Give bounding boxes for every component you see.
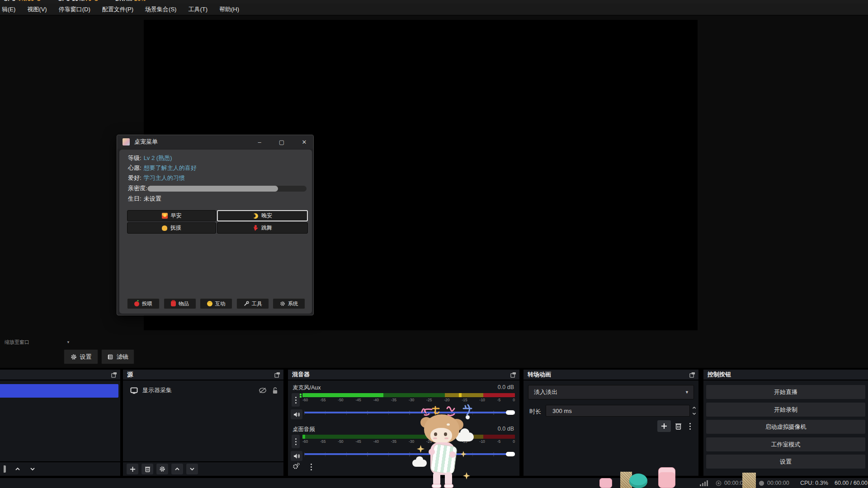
- slider-handle[interactable]: [506, 410, 515, 415]
- dancer-icon: [253, 225, 258, 231]
- mixer-channel-desktop: 桌面音频 0.0 dB: [292, 426, 514, 433]
- transitions-panel-title: 转场动画: [528, 371, 551, 379]
- trash-icon: [145, 466, 151, 472]
- scenes-toolbar: [0, 461, 120, 476]
- source-filters-button[interactable]: 滤镜: [101, 349, 134, 364]
- scene-item-selected[interactable]: [0, 384, 118, 398]
- pet-window-body: 等级:Lv 2 (熟悉) 心愿:想要了解主人的喜好 爱好:学习主人的习惯 亲密度…: [119, 150, 312, 314]
- remove-source-button[interactable]: [142, 464, 153, 474]
- advanced-audio-button[interactable]: [292, 463, 300, 471]
- mixer-panel: 混音器 麦克风/Aux 0.0 dB -60-55-50-45-40-35-30…: [288, 370, 519, 476]
- add-transition-button[interactable]: [657, 420, 671, 432]
- stream-status-icon: [716, 480, 722, 486]
- moon-icon: [252, 212, 259, 219]
- duration-decrease-button[interactable]: [691, 411, 698, 417]
- sunrise-icon: [162, 213, 168, 219]
- settings-button[interactable]: 设置: [706, 455, 865, 469]
- mic-mute-button[interactable]: [291, 409, 302, 419]
- mixer-panel-header[interactable]: 混音器: [288, 370, 519, 380]
- chevron-up-icon: [174, 466, 180, 472]
- status-bar: 00:00:00 00:00:00 CPU: 0.3% 60.00 / 60.0…: [0, 477, 868, 488]
- mixer-channel-mic: 麦克风/Aux 0.0 dB: [292, 384, 514, 391]
- source-name: 显示器采集: [142, 386, 172, 394]
- pet-window-icon: [123, 138, 130, 145]
- pet-action-pet-button[interactable]: 抚摸: [127, 222, 216, 234]
- transition-select[interactable]: 淡入淡出 ▼: [528, 385, 694, 399]
- remove-transition-button[interactable]: [675, 422, 682, 430]
- trash-icon: [675, 422, 682, 430]
- move-scene-down-button[interactable]: [27, 464, 38, 474]
- pet-intimacy-label: 亲密度:: [128, 184, 147, 193]
- duration-increase-button[interactable]: [691, 405, 698, 411]
- transitions-panel-header[interactable]: 转场动画: [524, 370, 698, 380]
- chevron-up-icon: [692, 405, 697, 410]
- gear-icon: [71, 354, 77, 360]
- move-source-down-button[interactable]: [186, 464, 198, 474]
- minimize-button[interactable]: –: [252, 135, 267, 149]
- menu-edit[interactable]: 辑(E): [0, 4, 21, 15]
- hardware-overlay-text: GPU 4%/39°C GPU 15%/79°C DRAM 26%: [4, 0, 146, 2]
- source-row-display-capture[interactable]: 显示器采集: [123, 384, 283, 397]
- slider-handle[interactable]: [506, 452, 515, 456]
- source-properties-toolbar-button[interactable]: [156, 464, 168, 474]
- mic-volume-slider[interactable]: [304, 409, 515, 416]
- channel-db: 0.0 dB: [498, 426, 514, 432]
- desktop-volume-slider[interactable]: [304, 451, 515, 457]
- meter-led: [300, 396, 302, 398]
- pet-action-goodnight-button[interactable]: 晚安: [217, 210, 308, 221]
- pet-items-button[interactable]: 物品: [164, 298, 196, 309]
- gear-sliders-icon: [292, 463, 300, 469]
- channel-db: 0.0 dB: [498, 384, 514, 390]
- sources-panel-header[interactable]: 源: [123, 370, 283, 380]
- channel-name: 麦克风/Aux: [292, 385, 321, 391]
- scenes-panel-header[interactable]: [0, 370, 120, 380]
- menu-docks[interactable]: 停靠窗口(D): [53, 4, 96, 15]
- pet-tools-button[interactable]: 工具: [236, 298, 269, 309]
- controls-panel-title: 控制按钮: [708, 371, 731, 379]
- source-properties-button[interactable]: 设置: [64, 349, 98, 364]
- menu-scene-collection[interactable]: 场景集合(S): [139, 4, 182, 15]
- add-source-button[interactable]: [127, 464, 138, 474]
- virtual-camera-button[interactable]: 启动虚拟摄像机: [706, 420, 865, 434]
- record-time: 00:00:00: [767, 480, 789, 486]
- move-source-up-button[interactable]: [171, 464, 183, 474]
- duration-input[interactable]: 300 ms: [546, 405, 690, 417]
- menu-profile[interactable]: 配置文件(P): [96, 4, 139, 15]
- mixer-menu-button[interactable]: [307, 460, 315, 474]
- pet-action-dance-button[interactable]: 跳舞: [217, 222, 308, 234]
- move-scene-up-button[interactable]: [12, 464, 24, 474]
- transition-properties-button[interactable]: [686, 419, 694, 433]
- menu-view[interactable]: 视图(V): [21, 4, 52, 15]
- preview-scale-mode[interactable]: 缩放至窗口 ▼: [5, 338, 70, 346]
- pet-feed-button[interactable]: 投喂: [127, 298, 160, 309]
- hand-icon: [162, 225, 167, 231]
- pet-interact-button[interactable]: 互动: [200, 298, 232, 309]
- duration-label: 时长: [529, 408, 541, 416]
- eye-slash-icon[interactable]: [259, 387, 267, 394]
- controls-panel-header[interactable]: 控制按钮: [703, 370, 868, 380]
- pet-birthday-row: 生日:未设置: [128, 195, 161, 204]
- menu-tools[interactable]: 工具(T): [182, 4, 213, 15]
- maximize-button[interactable]: ▢: [274, 135, 289, 149]
- start-recording-button[interactable]: 开始录制: [706, 403, 865, 417]
- source-filters-label: 滤镜: [117, 353, 128, 361]
- channel-name: 桌面音频: [292, 426, 315, 432]
- scenes-panel: [0, 370, 120, 476]
- pet-system-button[interactable]: 系统: [273, 298, 305, 309]
- start-streaming-button[interactable]: 开始直播: [706, 385, 865, 399]
- stream-timer: 00:00:00: [716, 478, 746, 488]
- channel-menu-button[interactable]: [292, 393, 300, 407]
- meter-scale: -60-55-50-45-40-35-30-25-20-15-10-50: [302, 398, 515, 402]
- dock-area: 源 显示器采集: [0, 368, 868, 477]
- pet-action-morning-button[interactable]: 早安: [127, 210, 216, 221]
- menu-help[interactable]: 帮助(H): [213, 4, 245, 15]
- channel-menu-button[interactable]: [292, 435, 300, 448]
- gear-icon: [159, 466, 165, 472]
- cpu-usage: CPU: 0.3%: [800, 478, 828, 488]
- backpack-icon: [171, 301, 176, 306]
- desktop-mute-button[interactable]: [291, 451, 302, 461]
- close-button[interactable]: ✕: [297, 135, 312, 149]
- gear-icon: [280, 301, 285, 306]
- studio-mode-button[interactable]: 工作室模式: [706, 437, 865, 451]
- unlock-icon[interactable]: [272, 387, 278, 394]
